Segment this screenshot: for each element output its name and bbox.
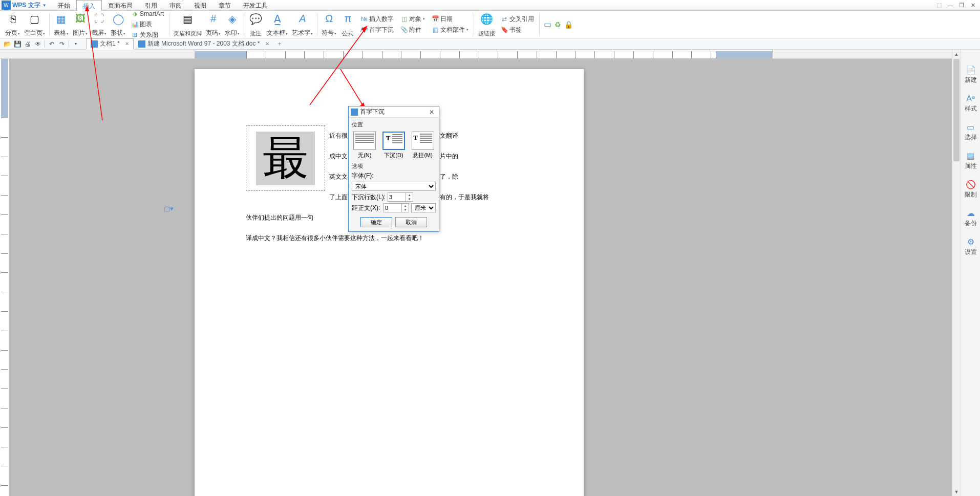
redo-button[interactable]: ↷	[57, 39, 67, 49]
bookmark-button[interactable]: 🔖书签	[499, 25, 535, 35]
symbol-button[interactable]: Ω符号▾	[319, 12, 338, 37]
lock-icon[interactable]: ♻	[555, 20, 561, 29]
document-tabs: 文档1 * ✕ 新建 Microsoft Word 97 - 2003 文档.d…	[86, 38, 286, 50]
table-button[interactable]: ▦表格▾	[52, 12, 71, 37]
headerfooter-icon: ▤	[181, 12, 195, 26]
tab-start[interactable]: 开始	[52, 0, 76, 11]
page-break-button[interactable]: ⎘分页▾	[3, 12, 22, 37]
blank-page-button[interactable]: ▢空白页▾	[22, 12, 47, 37]
close-button[interactable]: ✕	[968, 1, 978, 9]
lines-input[interactable]	[388, 194, 406, 200]
symbol-icon: Ω	[322, 12, 336, 26]
hyperlink-icon: 🌐	[480, 12, 494, 26]
pagenum-button[interactable]: #页码▾	[204, 12, 223, 37]
shape-button[interactable]: ◯形状▾	[109, 12, 127, 37]
tab-chapter[interactable]: 章节	[212, 0, 237, 11]
dialog-close-button[interactable]: ✕	[427, 109, 437, 116]
close-tab-icon[interactable]: ✕	[125, 41, 129, 47]
doc-tab-2[interactable]: 新建 Microsoft Word 97 - 2003 文档.doc * ✕	[134, 38, 274, 50]
chart-button[interactable]: 📊图表	[130, 19, 165, 29]
dialog-titlebar[interactable]: 首字下沉 ✕	[349, 106, 439, 118]
win-opts-icon[interactable]: ⬚	[934, 1, 944, 9]
maximize-button[interactable]: ❐	[956, 1, 967, 9]
textbox-button[interactable]: A̲文本框▾	[265, 12, 290, 37]
close-tab-icon[interactable]: ✕	[265, 41, 269, 47]
watermark-button[interactable]: ◈水印▾	[223, 12, 242, 37]
sp-new[interactable]: 📄新建	[965, 65, 977, 84]
picture-button[interactable]: 🖼图片▾	[71, 12, 90, 37]
spin-down-icon[interactable]: ▼	[402, 208, 409, 212]
dropcap-char: 最	[256, 132, 315, 185]
opt-none[interactable]: 无(N)	[353, 132, 376, 159]
doc-tab-1[interactable]: 文档1 * ✕	[86, 38, 134, 50]
add-tab-button[interactable]: +	[274, 40, 286, 48]
dist-row: 距正文(X): ▲▼ 厘米	[352, 203, 436, 212]
undo-button[interactable]: ↶	[47, 39, 57, 49]
tab-dev[interactable]: 开发工具	[237, 0, 274, 11]
cancel-button[interactable]: 取消	[395, 217, 427, 227]
vertical-ruler[interactable]	[0, 59, 9, 496]
date-button[interactable]: 📅日期	[430, 14, 470, 24]
spin-up-icon[interactable]: ▲	[406, 193, 413, 197]
dialog-buttons: 确定 取消	[352, 214, 436, 229]
vertical-scrollbar[interactable]: ▲ ▼	[952, 50, 961, 496]
dialog-title: 首字下沉	[360, 107, 385, 116]
scroll-down-button[interactable]: ▼	[952, 487, 961, 496]
scroll-thumb[interactable]	[953, 59, 960, 161]
comment-button[interactable]: 💬批注	[246, 12, 265, 37]
opt-hang[interactable]: T 悬挂(M)	[412, 132, 434, 159]
font-select[interactable]: 宋体	[352, 182, 436, 191]
sp-settings[interactable]: ⚙设置	[965, 237, 977, 256]
dropcap-button[interactable]: A≡首字下沉	[359, 25, 395, 35]
screenshot-button[interactable]: ⛶截屏▾	[90, 12, 109, 37]
dropcap-selection[interactable]: 最	[246, 125, 325, 191]
formula-button[interactable]: π公式	[338, 12, 357, 37]
page-break-icon: ⎘	[6, 12, 20, 26]
comment-icon: 💬	[248, 12, 263, 26]
horizontal-ruler[interactable]	[0, 50, 980, 59]
object-button[interactable]: ◫对象▾	[399, 14, 426, 24]
unit-select[interactable]: 厘米	[411, 203, 436, 212]
crossref-button[interactable]: ⇄交叉引用	[499, 14, 535, 24]
tab-insert[interactable]: 插入	[76, 0, 102, 11]
save-button[interactable]: 💾	[12, 39, 23, 49]
spin-up-icon[interactable]: ▲	[402, 204, 409, 208]
minimize-button[interactable]: —	[945, 1, 955, 9]
lines-spinner[interactable]: ▲▼	[388, 192, 413, 202]
secure-icon[interactable]: 🔒	[564, 20, 573, 29]
sp-select[interactable]: ▭选择	[965, 122, 977, 142]
app-logo-icon: W	[2, 1, 11, 10]
attach-button[interactable]: 📎附件	[399, 25, 426, 35]
smartart-button[interactable]: ⬗SmartArt	[130, 9, 165, 18]
print-button[interactable]: 🖨	[23, 39, 33, 49]
app-dropdown-icon[interactable]: ▼	[42, 3, 47, 8]
qat-more-button[interactable]: ▾	[71, 39, 81, 49]
qat-separator	[69, 40, 69, 48]
spin-down-icon[interactable]: ▼	[406, 197, 413, 201]
font-label: 字体(F):	[352, 171, 386, 180]
open-button[interactable]: 📂	[2, 39, 12, 49]
preview-button[interactable]: 👁	[33, 39, 43, 49]
formula-icon: π	[340, 12, 355, 26]
hyperlink-button[interactable]: 🌐超链接	[476, 12, 497, 37]
sp-backup[interactable]: ☁备份	[965, 208, 977, 228]
chart-icon: 📊	[131, 20, 139, 28]
sp-style[interactable]: Aᵃ样式	[965, 94, 977, 113]
gear-icon: ⚙	[967, 237, 974, 247]
ok-button[interactable]: 确定	[360, 217, 392, 227]
sp-prop[interactable]: ▤属性	[965, 151, 977, 170]
opt-drop[interactable]: T 下沉(D)	[382, 132, 405, 159]
docparts-button[interactable]: ▥文档部件▾	[430, 25, 470, 35]
insertnum-button[interactable]: №插入数字	[359, 14, 395, 24]
headerfooter-button[interactable]: ▤页眉和页脚	[172, 12, 204, 37]
paragraph-marker-icon[interactable]: ▢▾	[164, 205, 172, 213]
tab-view[interactable]: 视图	[188, 0, 212, 11]
scroll-up-button[interactable]: ▲	[952, 50, 961, 58]
sp-limit[interactable]: 🚫限制	[965, 180, 977, 199]
wordart-button[interactable]: A艺术字▾	[290, 12, 315, 37]
dist-input[interactable]	[384, 205, 401, 211]
ribbon-separator	[169, 13, 169, 36]
form-icon[interactable]: ▭	[544, 19, 551, 29]
docparts-icon: ▥	[431, 26, 439, 34]
dist-spinner[interactable]: ▲▼	[384, 203, 409, 212]
